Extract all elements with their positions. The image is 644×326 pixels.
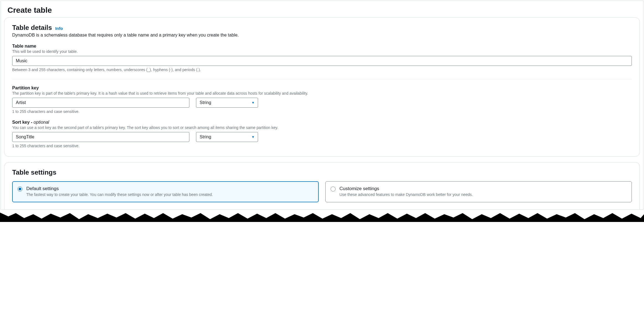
customize-settings-radio[interactable]: Customize settings Use these advanced fe…	[325, 181, 632, 202]
sort-key-input-wrap: 1 to 255 characters and case sensitive.	[12, 132, 189, 148]
panel-header: Table details Info	[12, 24, 632, 32]
table-settings-title: Table settings	[12, 169, 632, 176]
sort-key-type-value: String	[200, 134, 211, 139]
table-name-label: Table name	[12, 44, 632, 49]
divider	[12, 79, 632, 79]
partition-key-input-wrap: 1 to 255 characters and case sensitive.	[12, 98, 189, 114]
table-details-title: Table details	[12, 24, 52, 32]
table-name-help: Between 3 and 255 characters, containing…	[12, 68, 632, 72]
table-name-hint: This will be used to identify your table…	[12, 49, 632, 54]
table-name-field: Table name This will be used to identify…	[12, 44, 632, 72]
sort-key-hint: You can use a sort key as the second par…	[12, 125, 632, 130]
table-settings-panel: Table settings Default settings The fast…	[4, 162, 640, 209]
sort-key-help: 1 to 255 characters and case sensitive.	[12, 144, 189, 148]
partition-key-help: 1 to 255 characters and case sensitive.	[12, 109, 189, 114]
radio-dot-icon	[19, 188, 21, 190]
partition-key-type-select[interactable]: String	[196, 98, 258, 108]
sort-key-type-select[interactable]: String	[196, 132, 258, 142]
info-link[interactable]: Info	[55, 26, 63, 31]
partition-key-type-select-wrap: String ▼	[196, 98, 258, 108]
default-settings-desc: The fastest way to create your table. Yo…	[26, 192, 313, 198]
sort-key-input[interactable]	[12, 132, 189, 142]
sort-key-field: Sort key - optional You can use a sort k…	[12, 120, 632, 148]
settings-radio-row: Default settings The fastest way to crea…	[12, 181, 632, 202]
partition-key-row: 1 to 255 characters and case sensitive. …	[12, 98, 632, 114]
radio-icon	[331, 187, 336, 192]
page-container: Create table Table details Info DynamoDB…	[1, 1, 643, 210]
sort-key-label-prefix: Sort key -	[12, 120, 34, 125]
sort-key-row: 1 to 255 characters and case sensitive. …	[12, 132, 632, 148]
table-name-input[interactable]	[12, 56, 632, 66]
radio-content: Customize settings Use these advanced fe…	[339, 186, 627, 198]
radio-content: Default settings The fastest way to crea…	[26, 186, 313, 198]
default-settings-radio[interactable]: Default settings The fastest way to crea…	[12, 181, 319, 202]
partition-key-input[interactable]	[12, 98, 189, 108]
sort-key-label: Sort key - optional	[12, 120, 632, 125]
table-details-panel: Table details Info DynamoDB is a schemal…	[4, 17, 640, 157]
sort-key-optional: optional	[34, 120, 49, 125]
sort-key-type-select-wrap: String ▼	[196, 132, 258, 142]
partition-key-hint: The partition key is part of the table's…	[12, 91, 632, 95]
customize-settings-desc: Use these advanced features to make Dyna…	[339, 192, 627, 198]
radio-icon	[17, 187, 22, 192]
customize-settings-title: Customize settings	[339, 186, 627, 192]
partition-key-field: Partition key The partition key is part …	[12, 86, 632, 114]
default-settings-title: Default settings	[26, 186, 313, 192]
table-details-description: DynamoDB is a schemaless database that r…	[12, 33, 632, 38]
partition-key-label: Partition key	[12, 86, 632, 90]
page-title: Create table	[7, 6, 637, 15]
torn-edge-decoration	[0, 210, 644, 222]
page-header: Create table	[1, 1, 643, 17]
partition-key-type-value: String	[200, 100, 211, 105]
